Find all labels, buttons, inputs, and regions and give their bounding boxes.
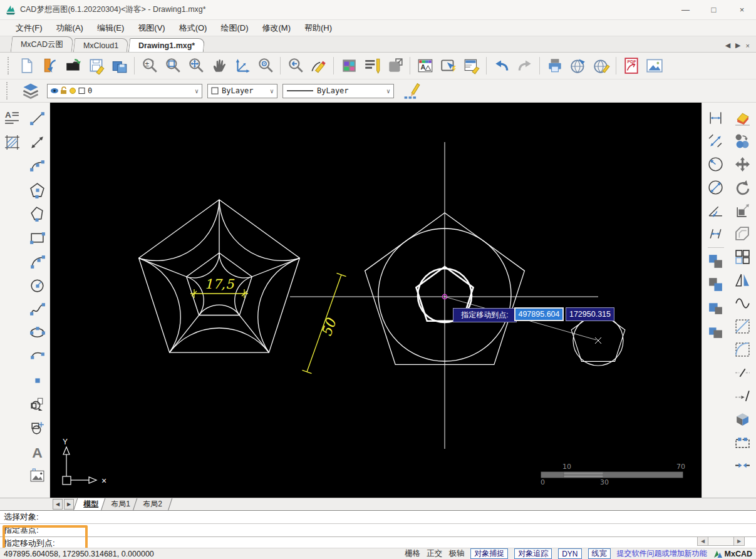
drawing-canvas[interactable]: 17,5 50	[50, 103, 702, 498]
text-style-button[interactable]: A	[413, 54, 437, 78]
minimize-button[interactable]: —	[671, 0, 700, 19]
layout-grid-button[interactable]	[337, 54, 360, 78]
dyn-y-input[interactable]: 172950.315	[566, 307, 614, 321]
fillet-button[interactable]	[732, 339, 753, 361]
toggle-对象追踪[interactable]: 对象追踪	[514, 548, 552, 559]
export-pdf-button[interactable]: PDF	[619, 54, 643, 78]
polyline-button[interactable]	[26, 203, 48, 224]
dim-radius-button[interactable]	[705, 154, 727, 175]
single-text-button[interactable]: A	[26, 441, 48, 462]
ellipse-button[interactable]	[26, 322, 48, 343]
zoom-inout-button[interactable]: ±	[138, 54, 161, 78]
command-scrollbar[interactable]: ◀ ▶	[697, 536, 745, 546]
text-format-button[interactable]: A	[2, 108, 23, 129]
prev-tab-icon[interactable]: ◀	[725, 41, 730, 49]
explode-button[interactable]	[732, 409, 753, 430]
toggle-DYN[interactable]: DYN	[558, 548, 581, 559]
toolbar-grip[interactable]	[8, 57, 11, 74]
menu-item-3[interactable]: 视图(V)	[131, 21, 172, 36]
redo-button[interactable]	[513, 54, 536, 78]
dim-baseline-button[interactable]	[705, 223, 727, 245]
close-tab-icon[interactable]: ×	[746, 42, 750, 49]
open-folder-button[interactable]	[61, 54, 85, 78]
zoom-center-button[interactable]	[254, 54, 277, 78]
menu-item-2[interactable]: 编辑(E)	[90, 21, 131, 36]
rotate-button[interactable]	[732, 177, 753, 198]
layer-dropdown-arrow-icon[interactable]: ∨	[192, 88, 202, 95]
toggle-线宽[interactable]: 线宽	[588, 548, 611, 559]
command-window[interactable]: 选择对象:指定基点:指定移动到点: ◀ ▶	[0, 510, 756, 548]
insert-image-button[interactable]	[643, 54, 666, 78]
save-all-button[interactable]	[108, 54, 131, 78]
break-button[interactable]	[732, 362, 753, 384]
layer-manager-button[interactable]	[19, 79, 42, 103]
zoom-window-button[interactable]	[161, 54, 184, 78]
stretch-button[interactable]	[732, 432, 753, 453]
dim-angular-button[interactable]	[705, 200, 727, 222]
chamfer-button[interactable]	[732, 316, 753, 337]
color-dropdown-arrow-icon[interactable]: ∨	[267, 88, 277, 95]
edit-spline-button[interactable]	[732, 293, 753, 314]
layer-select[interactable]: 0 ∨	[47, 84, 202, 98]
menu-item-4[interactable]: 格式(O)	[172, 21, 214, 36]
dim-linear-button[interactable]	[705, 108, 727, 129]
doc-tab-2[interactable]: Drawing1.mxg*	[128, 38, 205, 52]
color-select[interactable]: ByLayer ∨	[207, 84, 277, 98]
close-button[interactable]: ×	[728, 0, 756, 19]
scroll-right-icon[interactable]: ▶	[733, 536, 745, 546]
layerbar-grip[interactable]	[6, 82, 10, 100]
array-button[interactable]	[732, 247, 753, 268]
sheet-tab-2[interactable]: 布局2	[132, 498, 172, 511]
menu-item-1[interactable]: 功能(A)	[49, 21, 90, 36]
sheet-next-icon[interactable]: ▶	[64, 499, 74, 510]
zoom-previous-button[interactable]	[284, 54, 307, 78]
menu-item-0[interactable]: 文件(F)	[9, 21, 49, 36]
offset-button[interactable]	[732, 223, 753, 245]
web-publish-button[interactable]	[566, 54, 589, 78]
join-button[interactable]	[732, 455, 753, 476]
page-setup-button[interactable]	[383, 54, 406, 78]
point-button[interactable]	[26, 369, 48, 391]
toggle-栅格[interactable]: 栅格	[405, 548, 420, 559]
move-button[interactable]	[732, 154, 753, 175]
linetype-select[interactable]: ByLayer ∨	[282, 84, 394, 98]
new-file-button[interactable]	[15, 54, 38, 78]
insert-block-button[interactable]	[26, 393, 48, 414]
copy-clip-button[interactable]	[705, 251, 727, 272]
scroll-track[interactable]	[708, 536, 733, 546]
maximize-button[interactable]: □	[700, 0, 728, 19]
raster-image-button[interactable]	[26, 464, 48, 486]
menu-item-7[interactable]: 帮助(H)	[298, 21, 339, 36]
linetype-dropdown-arrow-icon[interactable]: ∨	[383, 88, 393, 95]
scale-button[interactable]	[732, 200, 753, 222]
circle-button[interactable]	[26, 274, 48, 295]
zoom-extents-button[interactable]	[184, 54, 207, 78]
save-button[interactable]	[85, 54, 108, 78]
rectangle-button[interactable]	[26, 227, 48, 248]
polygon-button[interactable]	[26, 179, 48, 200]
cut-clip-button[interactable]	[705, 297, 727, 319]
open-cloud-button[interactable]	[38, 54, 61, 78]
linetype-manager-button[interactable]	[360, 54, 383, 78]
draw-line-button[interactable]	[26, 108, 48, 129]
menu-item-5[interactable]: 绘图(D)	[214, 21, 255, 36]
menu-item-6[interactable]: 修改(M)	[255, 21, 298, 36]
toggle-正交[interactable]: 正交	[427, 548, 442, 559]
print-button[interactable]	[543, 54, 566, 78]
match-properties-button[interactable]	[460, 54, 483, 78]
arc-start-end-button[interactable]	[26, 250, 48, 272]
pan-button[interactable]	[207, 54, 230, 78]
doc-tab-1[interactable]: MxCloud1	[73, 38, 129, 52]
erase-button[interactable]	[732, 108, 753, 129]
quick-select-button[interactable]	[437, 54, 460, 78]
scroll-left-icon[interactable]: ◀	[697, 536, 708, 546]
next-tab-icon[interactable]: ▶	[735, 41, 740, 49]
doc-tab-0[interactable]: MxCAD云图	[11, 36, 74, 52]
arc-continue-button[interactable]	[26, 346, 48, 367]
mirror-button[interactable]	[732, 270, 753, 291]
draw-pencil-button[interactable]	[307, 54, 330, 78]
spline-button[interactable]	[26, 298, 48, 319]
construction-line-button[interactable]	[26, 131, 48, 153]
copy-base-button[interactable]	[705, 274, 727, 295]
arc-3point-button[interactable]	[26, 155, 48, 177]
